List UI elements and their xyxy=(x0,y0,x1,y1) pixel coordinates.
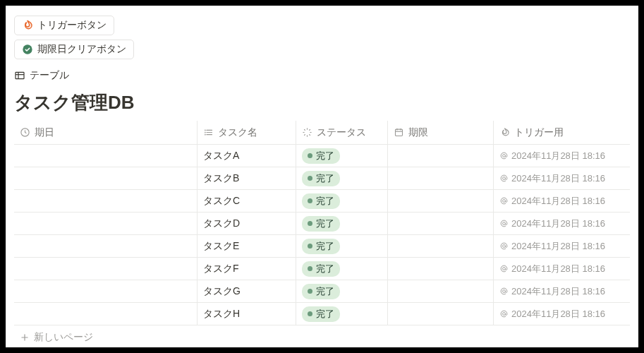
task-name-value: タスクD xyxy=(203,217,240,230)
trigger-timestamp: 2024年11月28日 18:16 xyxy=(511,263,605,275)
status-badge: 完了 xyxy=(302,171,340,186)
svg-rect-1 xyxy=(16,72,24,78)
cell-task-name[interactable]: タスクF xyxy=(198,258,296,280)
table-row[interactable]: タスクE 完了 2024年11月28日 18:16 xyxy=(14,235,630,258)
cell-status[interactable]: 完了 xyxy=(296,235,388,257)
database-table: 期日 タスク名 ステータス 期限 トリガー用 タスクA xyxy=(14,121,630,349)
cell-deadline[interactable] xyxy=(388,167,494,189)
trigger-timestamp: 2024年11月28日 18:16 xyxy=(511,240,605,253)
cell-task-name[interactable]: タスクG xyxy=(198,280,296,302)
cell-status[interactable]: 完了 xyxy=(296,190,388,212)
status-label: 完了 xyxy=(316,240,334,253)
fire-icon xyxy=(499,127,510,138)
cell-due-date[interactable] xyxy=(14,258,198,280)
svg-point-18 xyxy=(503,222,506,225)
cell-deadline[interactable] xyxy=(388,280,494,302)
status-label: 完了 xyxy=(316,217,334,230)
table-row[interactable]: タスクF 完了 2024年11月28日 18:16 xyxy=(14,258,630,280)
table-row[interactable]: タスクC 完了 2024年11月28日 18:16 xyxy=(14,190,630,213)
cell-task-name[interactable]: タスクD xyxy=(198,213,296,234)
check-circle-icon xyxy=(22,44,33,55)
cell-due-date[interactable] xyxy=(14,213,198,234)
cell-deadline[interactable] xyxy=(388,213,494,234)
cell-trigger[interactable]: 2024年11月28日 18:16 xyxy=(494,258,628,280)
cell-status[interactable]: 完了 xyxy=(296,280,388,302)
cell-trigger[interactable]: 2024年11月28日 18:16 xyxy=(494,235,628,257)
cell-trigger[interactable]: 2024年11月28日 18:16 xyxy=(494,167,628,189)
cell-task-name[interactable]: タスクH xyxy=(198,303,296,325)
at-icon xyxy=(499,174,509,183)
cell-trigger[interactable]: 2024年11月28日 18:16 xyxy=(494,213,628,234)
app-frame: トリガーボタン 期限日クリアボタン テーブル タスク管理DB 期日 タスク名 ス… xyxy=(0,0,644,353)
status-label: 完了 xyxy=(316,285,334,298)
column-header-trigger[interactable]: トリガー用 xyxy=(494,121,628,144)
cell-task-name[interactable]: タスクB xyxy=(198,167,296,189)
cell-due-date[interactable] xyxy=(14,235,198,257)
view-tab-table[interactable]: テーブル xyxy=(14,69,630,82)
cell-deadline[interactable] xyxy=(388,258,494,280)
table-row[interactable]: タスクG 完了 2024年11月28日 18:16 xyxy=(14,280,630,303)
plus-icon xyxy=(20,333,30,342)
clock-icon xyxy=(20,127,30,138)
status-badge: 完了 xyxy=(302,239,340,254)
at-icon xyxy=(499,287,509,296)
at-icon xyxy=(499,196,509,205)
calendar-icon xyxy=(394,127,404,138)
column-header-deadline[interactable]: 期限 xyxy=(388,121,494,144)
task-name-value: タスクF xyxy=(203,263,239,275)
table-row[interactable]: タスクH 完了 2024年11月28日 18:16 xyxy=(14,303,630,325)
trigger-timestamp: 2024年11月28日 18:16 xyxy=(511,217,605,230)
column-header-task-name[interactable]: タスク名 xyxy=(198,121,296,144)
cell-deadline[interactable] xyxy=(388,190,494,212)
cell-due-date[interactable] xyxy=(14,190,198,212)
status-badge: 完了 xyxy=(302,284,340,299)
status-dot-icon xyxy=(308,244,312,249)
top-buttons: トリガーボタン 期限日クリアボタン xyxy=(14,16,630,59)
cell-deadline[interactable] xyxy=(388,145,494,167)
status-dot-icon xyxy=(308,266,312,271)
column-header-label: 期日 xyxy=(35,126,54,139)
svg-point-21 xyxy=(503,290,506,293)
svg-rect-11 xyxy=(396,129,403,136)
svg-point-8 xyxy=(205,130,206,131)
column-header-status[interactable]: ステータス xyxy=(296,121,388,144)
cell-status[interactable]: 完了 xyxy=(296,258,388,280)
column-header-label: タスク名 xyxy=(218,126,257,139)
cell-task-name[interactable]: タスクA xyxy=(198,145,296,167)
column-header-due-date[interactable]: 期日 xyxy=(14,121,198,144)
svg-point-22 xyxy=(503,313,506,316)
cell-due-date[interactable] xyxy=(14,145,198,167)
cell-task-name[interactable]: タスクE xyxy=(198,235,296,257)
status-dot-icon xyxy=(308,221,312,226)
table-row[interactable]: タスクB 完了 2024年11月28日 18:16 xyxy=(14,167,630,190)
cell-trigger[interactable]: 2024年11月28日 18:16 xyxy=(494,280,628,302)
database-title[interactable]: タスク管理DB xyxy=(14,90,630,115)
cell-deadline[interactable] xyxy=(388,303,494,325)
cell-status[interactable]: 完了 xyxy=(296,167,388,189)
table-row[interactable]: タスクA 完了 2024年11月28日 18:16 xyxy=(14,145,630,167)
status-label: 完了 xyxy=(316,263,334,275)
at-icon xyxy=(499,309,509,318)
clear-due-button[interactable]: 期限日クリアボタン xyxy=(14,40,134,59)
trigger-button[interactable]: トリガーボタン xyxy=(14,16,114,35)
cell-status[interactable]: 完了 xyxy=(296,303,388,325)
svg-point-16 xyxy=(503,177,506,180)
trigger-timestamp: 2024年11月28日 18:16 xyxy=(511,308,605,321)
cell-status[interactable]: 完了 xyxy=(296,145,388,167)
at-icon xyxy=(499,219,509,228)
column-header-label: 期限 xyxy=(408,126,428,139)
cell-due-date[interactable] xyxy=(14,303,198,325)
cell-trigger[interactable]: 2024年11月28日 18:16 xyxy=(494,145,628,167)
cell-task-name[interactable]: タスクC xyxy=(198,190,296,212)
cell-due-date[interactable] xyxy=(14,280,198,302)
cell-trigger[interactable]: 2024年11月28日 18:16 xyxy=(494,190,628,212)
cell-deadline[interactable] xyxy=(388,235,494,257)
cell-due-date[interactable] xyxy=(14,167,198,189)
list-icon xyxy=(203,127,214,138)
svg-point-15 xyxy=(503,155,506,157)
table-row[interactable]: タスクD 完了 2024年11月28日 18:16 xyxy=(14,213,630,235)
clear-due-button-label: 期限日クリアボタン xyxy=(37,43,126,56)
new-page-row[interactable]: 新しいページ xyxy=(14,325,630,349)
cell-trigger[interactable]: 2024年11月28日 18:16 xyxy=(494,303,628,325)
cell-status[interactable]: 完了 xyxy=(296,213,388,234)
